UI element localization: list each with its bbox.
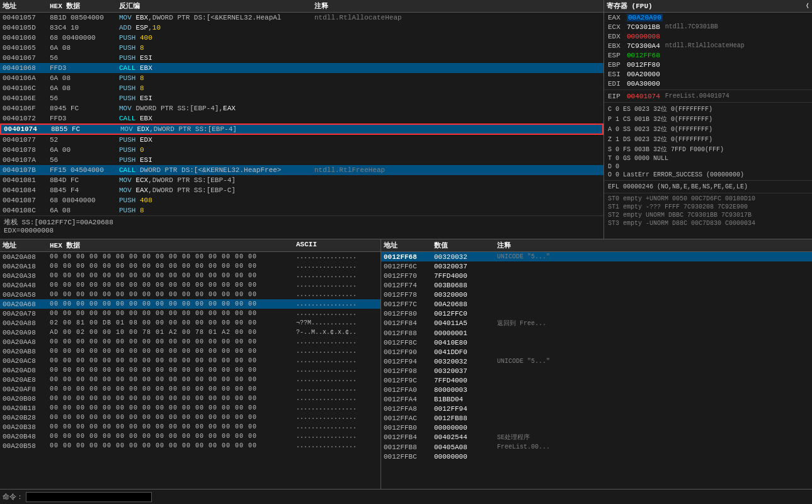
row-hex: 56 <box>50 54 119 62</box>
stack-row[interactable]: 0012FF74003B0688 <box>381 280 812 290</box>
disasm-row[interactable]: 0040107A 56 PUSH ESI <box>0 155 603 165</box>
reg-row-esp[interactable]: ESP 0012FF68 <box>604 50 812 60</box>
row-addr: 0040108C <box>3 207 50 214</box>
row-instr: MOV EAX,DWORD PTR SS:[EBP-C] <box>119 186 314 194</box>
memory-panel: 地址 HEX 数据 ASCII 00A20A0800 00 00 00 00 0… <box>0 239 381 489</box>
mem-row[interactable]: 00A20A8802 00 81 00 DB 01 08 00 00 00 00… <box>0 318 380 328</box>
row-instr: MOV ECX,DWORD PTR SS:[EBP-4] <box>119 176 314 184</box>
stack-row[interactable]: 0012FF8C00410E80 <box>381 338 812 347</box>
disasm-row[interactable]: 00401060 68 00400000 PUSH 400 <box>0 33 603 43</box>
row-instr: CALL EBX <box>119 64 314 72</box>
stack-header: 地址 数值 注释 <box>381 239 812 252</box>
main-container: 地址 HEX 数据 反汇编 注释 00401057 8B1D 08504000 … <box>0 0 812 504</box>
row-hex: FFD3 <box>50 115 119 122</box>
mem-row[interactable]: 00A20AF800 00 00 00 00 00 00 00 00 00 00… <box>0 384 380 394</box>
disasm-row[interactable]: 00401067 56 PUSH ESI <box>0 53 603 63</box>
flag-z: Z 1 DS 0023 32位 0(FFFFFFFF) <box>604 134 812 144</box>
stack-row[interactable]: 0012FFB800405A08FreeList.00... <box>381 442 812 452</box>
disasm-row[interactable]: 00401072 FFD3 CALL EBX <box>0 113 603 123</box>
disasm-row[interactable]: 0040106A 6A 08 PUSH 8 <box>0 73 603 83</box>
row-comment: ntdll.RtlFreeHeap <box>314 166 601 174</box>
mem-row[interactable]: 00A20AA800 00 00 00 00 00 00 00 00 00 00… <box>0 337 380 346</box>
mem-row-highlight[interactable]: 00A20A6800 00 00 00 00 00 00 00 00 00 00… <box>0 299 380 309</box>
stack-row[interactable]: 0012FF6C00320037 <box>381 261 812 271</box>
mem-row[interactable]: 00A20AE800 00 00 00 00 00 00 00 00 00 00… <box>0 375 380 384</box>
disasm-row[interactable]: 00401057 8B1D 08504000 MOV EBX,DWORD PTR… <box>0 13 603 23</box>
stack-row[interactable]: 0012FF9800320037 <box>381 366 812 375</box>
stack-row[interactable]: 0012FF9C7FFD4000 <box>381 375 812 385</box>
disasm-row[interactable]: 00401077 52 PUSH EDX <box>0 135 603 145</box>
mem-row[interactable]: 00A20A7800 00 00 00 00 00 00 00 00 00 00… <box>0 309 380 318</box>
reg-row-esi[interactable]: ESI 00A20000 <box>604 69 812 79</box>
reg-row-edx[interactable]: EDX 00000008 <box>604 32 812 41</box>
row-instr: PUSH 8 <box>119 74 314 82</box>
disasm-row[interactable]: 0040106C 6A 08 PUSH 8 <box>0 83 603 93</box>
row-hex: FFD3 <box>50 64 119 72</box>
disasm-row[interactable]: 0040105D 83C4 10 ADD ESP,10 <box>0 23 603 33</box>
mem-row[interactable]: 00A20A4800 00 00 00 00 00 00 00 00 00 00… <box>0 280 380 290</box>
disasm-row[interactable]: 0040106E 56 PUSH ESI <box>0 93 603 103</box>
stack-row[interactable]: 0012FFB000000000 <box>381 423 812 432</box>
disasm-row-selected[interactable]: 00401074 8B55 FC MOV EDX,DWORD PTR SS:[E… <box>0 123 603 135</box>
stack-row[interactable]: 0012FF8800000001 <box>381 328 812 338</box>
row-hex: 68 08040000 <box>50 197 119 204</box>
disasm-row-call2[interactable]: 0040107B FF15 04504000 CALL DWORD PTR DS… <box>0 165 603 175</box>
stack-row[interactable]: 0012FFB400402544SE处理程序 <box>381 432 812 442</box>
stack-row[interactable]: 0012FF7C00A20688 <box>381 299 812 309</box>
mem-row[interactable]: 00A20B5800 00 00 00 00 00 00 00 00 00 00… <box>0 441 380 450</box>
mem-row[interactable]: 00A20B1800 00 00 00 00 00 00 00 00 00 00… <box>0 403 380 413</box>
stack-row[interactable]: 0012FFA4B1BBD04 <box>381 394 812 404</box>
mem-row[interactable]: 00A20A1800 00 00 00 00 00 00 00 00 00 00… <box>0 261 380 271</box>
stack-row[interactable]: 0012FF7800320000 <box>381 290 812 299</box>
stack-row[interactable]: 0012FF900041DDF0 <box>381 347 812 357</box>
mem-row[interactable]: 00A20AD800 00 00 00 00 00 00 00 00 00 00… <box>0 365 380 375</box>
mem-row[interactable]: 00A20B0800 00 00 00 00 00 00 00 00 00 00… <box>0 394 380 403</box>
fpu-st3: ST3 empty -UNORM D88C 00C7D830 C0000034 <box>604 219 812 227</box>
reg-row-edi[interactable]: EDI 00A30000 <box>604 79 812 88</box>
mem-row[interactable]: 00A20A5800 00 00 00 00 00 00 00 00 00 00… <box>0 290 380 299</box>
row-addr: 00401077 <box>3 136 50 144</box>
mem-row[interactable]: 00A20B4800 00 00 00 00 00 00 00 00 00 00… <box>0 432 380 441</box>
reg-row-ecx[interactable]: ECX 7C9301BB ntdll.7C9301BB <box>604 22 812 32</box>
mem-row[interactable]: 00A20A3800 00 00 00 00 00 00 00 00 00 00… <box>0 271 380 280</box>
stack-row[interactable]: 0012FF800012FFC0 <box>381 309 812 318</box>
disasm-col-addr: 地址 <box>3 1 50 11</box>
row-instr: MOV DWORD PTR SS:[EBP-4],EAX <box>119 105 314 112</box>
stack-row[interactable]: 0012FF707FFD4000 <box>381 271 812 280</box>
mem-row[interactable]: 00A20AC800 00 00 00 00 00 00 00 00 00 00… <box>0 356 380 365</box>
disasm-row[interactable]: 00401078 6A 00 PUSH 0 <box>0 145 603 155</box>
row-hex: 6A 08 <box>50 207 119 214</box>
row-hex: 8B4D FC <box>50 176 119 184</box>
mem-row[interactable]: 00A20A0800 00 00 00 00 00 00 00 00 00 00… <box>0 252 380 261</box>
stack-row[interactable]: 0012FF9400320032UNICODE "5..." <box>381 357 812 366</box>
disasm-row[interactable]: 00401081 8B4D FC MOV ECX,DWORD PTR SS:[E… <box>0 175 603 185</box>
fpu-st2: ST2 empty UNORM DBBC 7C9301BB 7C93017B <box>604 211 812 219</box>
disasm-row[interactable]: 0040108C 6A 08 PUSH 8 <box>0 205 603 215</box>
mem-row[interactable]: 00A20A98AD 00 02 00 00 10 00 78 01 A2 00… <box>0 328 380 337</box>
row-hex: 83C4 10 <box>50 24 119 32</box>
disasm-row[interactable]: 00401065 6A 08 PUSH 8 <box>0 43 603 53</box>
reg-row-ebp[interactable]: EBP 0012FF80 <box>604 60 812 69</box>
stack-row[interactable]: 0012FFAC0012FB88 <box>381 413 812 423</box>
disasm-row[interactable]: 0040106F 8945 FC MOV DWORD PTR SS:[EBP-4… <box>0 103 603 113</box>
reg-row-eip[interactable]: EIP 00401074 FreeList.00401074 <box>604 91 812 101</box>
disasm-row[interactable]: 00401084 8B45 F4 MOV EAX,DWORD PTR SS:[E… <box>0 185 603 195</box>
mem-row[interactable]: 00A20B3800 00 00 00 00 00 00 00 00 00 00… <box>0 422 380 432</box>
row-addr: 0040107B <box>3 166 50 174</box>
disasm-status: 堆栈 SS:[0012FF7C]=00A20688 EDX=00000008 <box>0 215 603 238</box>
reg-row-eax[interactable]: EAX 00A20A90 <box>604 13 812 22</box>
stack-row[interactable]: 0012FFA80012FF94 <box>381 404 812 413</box>
reg-close-icon[interactable]: ❬ <box>805 1 809 11</box>
stack-row-esp[interactable]: 0012FF6800320032UNICODE "5..." <box>381 252 812 261</box>
disasm-row[interactable]: 00401087 68 08040000 PUSH 408 <box>0 195 603 205</box>
stack-row[interactable]: 0012FFBC00000000 <box>381 452 812 461</box>
stack-row[interactable]: 0012FF84004011A5返回到 Free... <box>381 318 812 328</box>
mem-col-addr: 地址 <box>3 241 50 250</box>
mem-row[interactable]: 00A20B2800 00 00 00 00 00 00 00 00 00 00… <box>0 413 380 422</box>
mem-row[interactable]: 00A20AB800 00 00 00 00 00 00 00 00 00 00… <box>0 346 380 356</box>
reg-row-ebx[interactable]: EBX 7C9300A4 ntdll.RtlAllocateHeap <box>604 41 812 50</box>
disasm-row-call1[interactable]: 00401068 FFD3 CALL EBX <box>0 63 603 73</box>
row-instr: PUSH ESI <box>119 54 314 62</box>
cmd-input[interactable] <box>26 492 152 502</box>
stack-row[interactable]: 0012FFA080000003 <box>381 385 812 394</box>
